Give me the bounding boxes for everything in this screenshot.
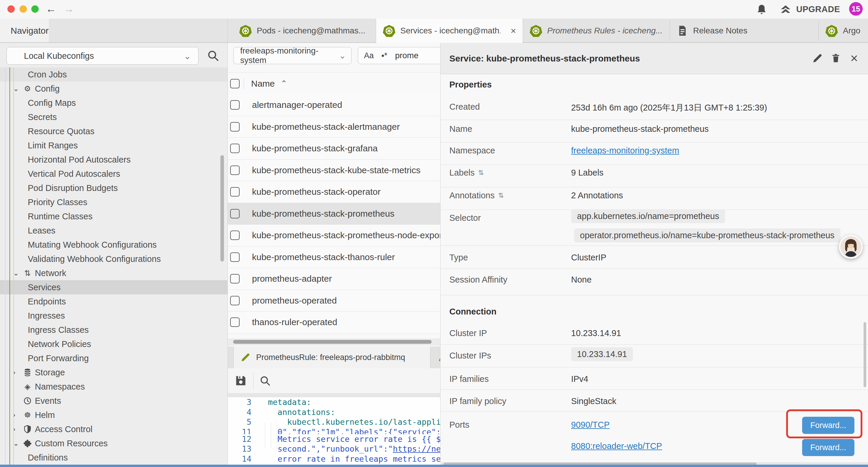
row-checkbox[interactable] [230, 122, 240, 132]
port-link-9090[interactable]: 9090/TCP [571, 420, 610, 430]
chevron-icon[interactable]: › [13, 425, 22, 433]
gear-icon: ⚙ [22, 84, 33, 93]
tab-release-notes[interactable]: Release Notes [670, 19, 818, 43]
port-link-8080[interactable]: 8080:reloader-web/TCP [571, 441, 662, 451]
sidebar-item-resource-quotas[interactable]: Resource Quotas [0, 124, 227, 138]
regex-toggle[interactable]: ▪* [381, 51, 387, 60]
labels-label[interactable]: Labels ⇅ [450, 168, 484, 178]
namespace-filter-dropdown[interactable]: freeleaps-monitoring-system ⌄ [234, 47, 351, 64]
tab-label: Release Notes [693, 26, 747, 35]
sidebar-item-limit-ranges[interactable]: Limit Ranges [0, 138, 227, 152]
delete-trash-icon[interactable] [829, 52, 842, 65]
chevron-icon[interactable]: ⌄ [13, 269, 22, 277]
code-link[interactable]: https://net [393, 444, 446, 454]
row-checkbox[interactable] [230, 209, 240, 218]
sidebar-item-events[interactable]: Events [0, 394, 227, 408]
save-icon[interactable] [234, 374, 247, 387]
sidebar-item-vertical-pod-autoscalers[interactable]: Vertical Pod Autoscalers [0, 167, 227, 181]
sidebar-scrollbar[interactable] [220, 155, 224, 262]
expand-updown-icon[interactable]: ⇅ [478, 169, 484, 177]
editor-search-icon[interactable] [259, 375, 271, 387]
sidebar-item-network[interactable]: ⌄ ⇅ Network [0, 266, 227, 280]
kubernetes-icon [239, 24, 252, 37]
select-all-checkbox[interactable] [230, 79, 240, 88]
helm-icon: ☸ [22, 411, 33, 420]
chevron-icon[interactable]: › [13, 368, 22, 377]
sidebar-item-secrets[interactable]: Secrets [0, 110, 227, 124]
sidebar-item-definitions[interactable]: Definitions [0, 450, 227, 465]
custom-resources-icon [22, 439, 33, 448]
row-checkbox[interactable] [230, 144, 240, 153]
sidebar-item-access-control[interactable]: › Access Control [0, 422, 227, 436]
back-icon[interactable]: ← [46, 3, 56, 15]
window-bottom-accent [0, 465, 868, 467]
forward-icon[interactable]: → [64, 3, 74, 15]
sidebar-item-horizontal-pod-autoscalers[interactable]: Horizontal Pod Autoscalers [0, 152, 227, 167]
sidebar-item-namespaces[interactable]: ◈ Namespaces [0, 380, 227, 394]
edit-pencil-icon[interactable] [811, 52, 824, 65]
sidebar-item-network-policies[interactable]: Network Policies [0, 337, 227, 351]
sidebar-item-mutating-webhook-configurations[interactable]: Mutating Webhook Configurations [0, 238, 227, 252]
zoom-traffic-light[interactable] [31, 5, 39, 13]
row-checkbox[interactable] [230, 231, 240, 240]
sidebar-item-config-maps[interactable]: Config Maps [0, 96, 227, 110]
tab-pods[interactable]: Pods - icecheng@mathmas... [232, 19, 376, 43]
close-icon[interactable]: × [848, 52, 861, 65]
annotations-value: 2 Annotations [571, 191, 623, 200]
close-traffic-light[interactable] [7, 5, 15, 13]
bell-icon[interactable] [756, 4, 768, 16]
sidebar-item-services[interactable]: Services [0, 280, 227, 294]
upgrade-label[interactable]: UPGRADE [796, 4, 840, 14]
sidebar-item-helm[interactable]: › ☸ Helm [0, 408, 227, 422]
tab-services[interactable]: Services - icecheng@math... × [376, 19, 523, 43]
profile-badge[interactable]: 15 [849, 2, 863, 16]
close-icon[interactable]: × [510, 25, 516, 36]
panel-divider[interactable] [227, 19, 228, 465]
forward-button[interactable]: Forward... [802, 439, 855, 456]
name-label: Name [450, 124, 472, 134]
minimize-traffic-light[interactable] [20, 5, 27, 13]
annotations-label[interactable]: Annotations ⇅ [450, 191, 504, 200]
chevron-icon[interactable]: ⌄ [13, 439, 22, 447]
row-checkbox[interactable] [230, 296, 240, 305]
sidebar-item-cron-jobs[interactable]: Cron Jobs [0, 67, 227, 82]
sidebar-item-validating-webhook-configurations[interactable]: Validating Webhook Configurations [0, 252, 227, 266]
editor-tab-prometheusrule[interactable]: PrometheusRule: freeleaps-prod-rabbitmq [234, 346, 430, 368]
chevron-icon[interactable]: ⌄ [13, 85, 22, 93]
name-column-header[interactable]: Name [251, 79, 275, 89]
row-checkbox[interactable] [230, 317, 240, 327]
row-checkbox[interactable] [230, 274, 240, 284]
row-checkbox[interactable] [230, 100, 240, 110]
sidebar-item-config[interactable]: ⌄ ⚙ Config [0, 82, 227, 96]
namespace-link[interactable]: freeleaps-monitoring-system [571, 146, 679, 155]
sidebar-item-leases[interactable]: Leases [0, 224, 227, 238]
kubernetes-icon [825, 24, 838, 37]
assistant-avatar[interactable] [839, 235, 863, 259]
chevron-icon[interactable]: › [13, 411, 22, 419]
upgrade-icon[interactable] [779, 3, 792, 16]
line-number: 3 [231, 397, 251, 407]
detail-vertical-scrollbar[interactable] [864, 322, 866, 387]
scrollbar-thumb[interactable] [233, 340, 432, 344]
row-checkbox[interactable] [230, 166, 240, 175]
sidebar-item-port-forwarding[interactable]: Port Forwarding [0, 351, 227, 365]
kubeconfig-selector[interactable]: Local Kubeconfigs ⌄ [6, 47, 198, 65]
sidebar-item-ingresses[interactable]: Ingresses [0, 309, 227, 323]
row-checkbox[interactable] [230, 187, 240, 197]
expand-updown-icon[interactable]: ⇅ [498, 192, 504, 200]
sidebar-item-runtime-classes[interactable]: Runtime Classes [0, 209, 227, 224]
sort-asc-icon[interactable]: ⌃ [281, 79, 287, 88]
sidebar-item-ingress-classes[interactable]: Ingress Classes [0, 323, 227, 337]
match-case-toggle[interactable]: Aa [364, 51, 374, 60]
sidebar-item-priority-classes[interactable]: Priority Classes [0, 195, 227, 209]
sidebar-item-custom-resources[interactable]: ⌄ Custom Resources [0, 436, 227, 450]
sidebar-item-pod-disruption-budgets[interactable]: Pod Disruption Budgets [0, 181, 227, 195]
detail-header: Service: kube-prometheus-stack-prometheu… [440, 43, 868, 74]
tab-prometheus-rules[interactable]: Prometheus Rules - icecheng... [523, 19, 670, 43]
sidebar-item-storage[interactable]: › Storage [0, 365, 227, 380]
sidebar-item-endpoints[interactable]: Endpoints [0, 294, 227, 309]
tab-argo[interactable]: Argo Se [819, 19, 868, 43]
search-icon[interactable] [206, 49, 220, 62]
navigator-panel-tab[interactable]: Navigator [0, 19, 49, 43]
row-checkbox[interactable] [230, 253, 240, 262]
